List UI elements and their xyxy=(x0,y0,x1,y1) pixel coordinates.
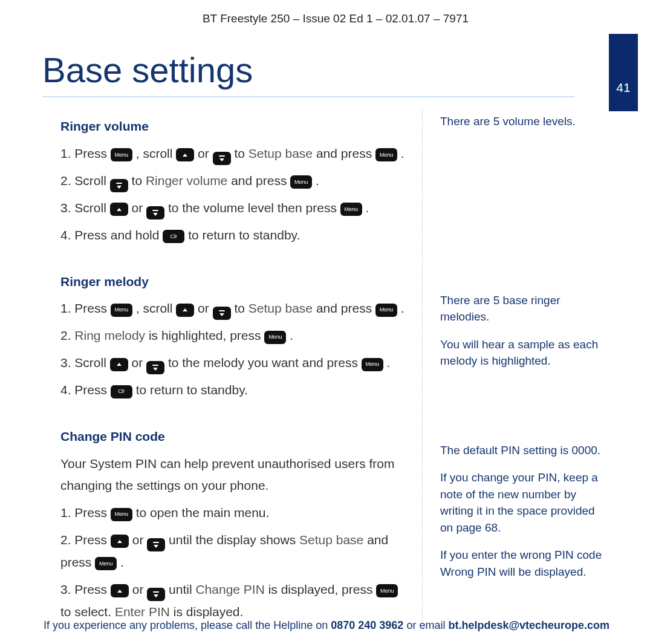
text: 4. Press and hold xyxy=(60,228,163,242)
text: . xyxy=(120,555,124,569)
text: or xyxy=(198,301,213,315)
side-note-pin-3: If you enter the wrong PIN code Wrong PI… xyxy=(440,547,605,580)
up-button-icon xyxy=(111,535,129,548)
text: . xyxy=(366,201,369,215)
menu-button-icon: Menu xyxy=(111,508,132,521)
clr-button-icon: Clr xyxy=(163,230,184,243)
down-button-icon xyxy=(147,588,165,601)
rv-step-2: 2. Scroll to Ringer volume and press Men… xyxy=(60,170,405,192)
text: , scroll xyxy=(136,301,177,315)
menu-button-icon: Menu xyxy=(264,331,286,344)
side-note-pin-1: The default PIN setting is 0000. xyxy=(440,442,605,459)
text: to return to standby. xyxy=(136,383,248,397)
display-text: Enter PIN xyxy=(115,605,170,619)
display-text: Setup base xyxy=(249,146,313,160)
page-number-tab: 41 xyxy=(609,34,638,111)
text: 1. Press xyxy=(60,146,111,160)
menu-button-icon: Menu xyxy=(111,304,132,317)
text: 2. Press xyxy=(60,533,111,547)
side-note-melodies-1: There are 5 base ringer melodies. xyxy=(440,292,605,325)
text: . xyxy=(316,174,319,187)
text: is displayed, press xyxy=(268,582,377,596)
text: and press xyxy=(316,301,375,315)
menu-button-icon: Menu xyxy=(95,557,117,570)
display-text: Change PIN xyxy=(195,582,264,596)
side-note-volume: There are 5 volume levels. xyxy=(440,113,605,130)
document-header: BT Freestyle 250 – Issue 02 Ed 1 – 02.01… xyxy=(42,12,629,25)
text: 1. Press xyxy=(60,301,111,315)
up-button-icon xyxy=(110,358,128,371)
rv-step-3: 3. Scroll or to the volume level then pr… xyxy=(60,197,405,220)
text: to return to standby. xyxy=(188,228,300,242)
display-text: Setup base xyxy=(299,533,363,547)
down-button-icon xyxy=(147,538,165,551)
rm-step-3: 3. Scroll or to the melody you want and … xyxy=(60,352,405,374)
down-button-icon xyxy=(110,179,128,192)
heading-ringer-volume: Ringer volume xyxy=(60,115,405,138)
text: to the volume level then press xyxy=(168,201,340,215)
main-column: Ringer volume 1. Press Menu , scroll or … xyxy=(42,109,405,628)
text: . xyxy=(401,146,404,160)
text: 3. Scroll xyxy=(60,356,110,369)
rm-step-2: 2. Ring melody is highlighted, press Men… xyxy=(60,325,405,347)
up-button-icon xyxy=(176,304,194,317)
text: 1. Press xyxy=(60,506,111,519)
text: to xyxy=(132,174,146,187)
text: is highlighted, press xyxy=(149,328,264,342)
down-button-icon xyxy=(146,361,164,374)
text: or xyxy=(132,533,148,547)
content-columns: Ringer volume 1. Press Menu , scroll or … xyxy=(42,109,605,628)
title-row: Base settings xyxy=(42,50,574,97)
text: or xyxy=(132,356,147,369)
cp-step-2: 2. Press or until the display shows Setu… xyxy=(60,529,405,574)
cp-intro: Your System PIN can help prevent unautho… xyxy=(60,453,405,498)
down-button-icon xyxy=(213,307,231,320)
column-divider xyxy=(422,109,423,628)
menu-button-icon: Menu xyxy=(290,175,312,189)
rv-step-1: 1. Press Menu , scroll or to Setup base … xyxy=(60,143,405,165)
up-button-icon xyxy=(111,584,129,597)
heading-ringer-melody: Ringer melody xyxy=(60,271,405,293)
text: 3. Press xyxy=(60,582,111,596)
text: or xyxy=(132,201,147,215)
text: and press xyxy=(231,174,290,187)
rm-step-1: 1. Press Menu , scroll or to Setup base … xyxy=(60,298,405,320)
text: to open the main menu. xyxy=(136,506,270,519)
up-button-icon xyxy=(110,203,128,216)
menu-button-icon: Menu xyxy=(340,203,362,216)
text: 3. Scroll xyxy=(60,201,106,215)
text: or xyxy=(198,146,213,160)
page-number: 41 xyxy=(616,80,630,95)
text: , scroll xyxy=(136,146,177,160)
footer: If you experience any problems, please c… xyxy=(0,619,653,632)
text: to xyxy=(234,146,248,160)
menu-button-icon: Menu xyxy=(362,358,383,371)
text: 2. xyxy=(60,328,74,342)
display-text: Setup base xyxy=(249,301,313,315)
menu-button-icon: Menu xyxy=(376,584,398,597)
text: or xyxy=(132,582,148,596)
text: . xyxy=(290,328,293,342)
side-note-melodies-2: You will hear a sample as each melody is… xyxy=(440,336,605,369)
text: 4. Press xyxy=(60,383,111,397)
up-button-icon xyxy=(176,148,194,161)
rm-step-4: 4. Press Clr to return to standby. xyxy=(60,379,405,402)
text: . xyxy=(401,301,404,315)
page-title: Base settings xyxy=(42,50,574,90)
footer-email: bt.helpdesk@vtecheurope.com xyxy=(448,619,609,631)
footer-text: or email xyxy=(406,619,448,631)
text: to the melody you want and press xyxy=(168,356,362,369)
text: until the display shows xyxy=(169,533,299,547)
text: . xyxy=(387,356,391,369)
down-button-icon xyxy=(213,152,231,165)
side-column: There are 5 volume levels. There are 5 b… xyxy=(440,109,605,628)
document-page: BT Freestyle 250 – Issue 02 Ed 1 – 02.01… xyxy=(0,0,653,644)
cp-step-1: 1. Press Menu to open the main menu. xyxy=(60,502,405,524)
footer-phone: 0870 240 3962 xyxy=(331,619,403,631)
text: is displayed. xyxy=(174,605,244,619)
footer-text: If you experience any problems, please c… xyxy=(44,619,331,631)
display-text: Ringer volume xyxy=(146,174,227,187)
clr-button-icon: Clr xyxy=(111,385,132,398)
text: 2. Scroll xyxy=(60,174,110,187)
heading-change-pin: Change PIN code xyxy=(60,426,405,448)
